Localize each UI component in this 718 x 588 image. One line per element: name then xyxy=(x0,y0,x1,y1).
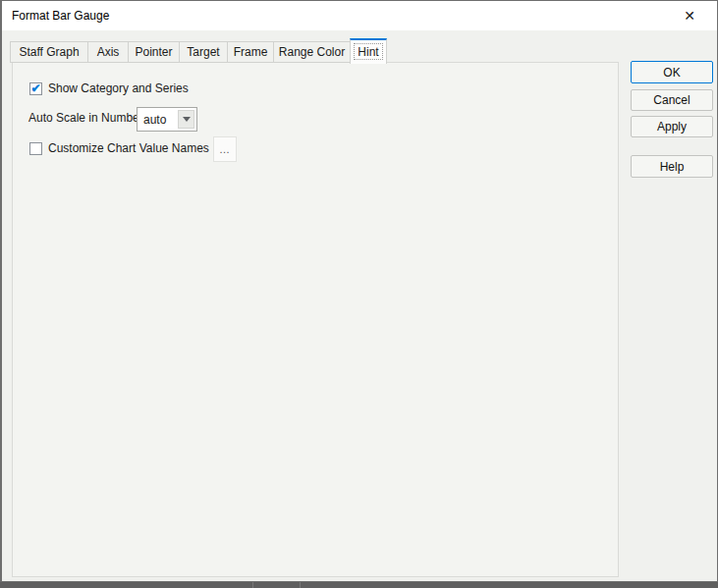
tab-frame[interactable]: Frame xyxy=(227,41,274,63)
tab-staff-graph[interactable]: Staff Graph xyxy=(10,41,88,63)
auto-scale-row: Auto Scale in Number: xyxy=(28,111,146,125)
background-window-seam xyxy=(300,582,301,588)
dialog-title: Format Bar Gauge xyxy=(12,9,109,23)
format-bar-gauge-dialog: Format Bar Gauge ✕ Staff Graph Axis Poin… xyxy=(0,0,718,582)
customize-names-checkbox[interactable]: ✔ xyxy=(29,142,42,155)
close-icon[interactable]: ✕ xyxy=(670,1,709,30)
cancel-button[interactable]: Cancel xyxy=(631,89,713,111)
checkmark-icon: ✔ xyxy=(30,82,40,94)
tab-pointer[interactable]: Pointer xyxy=(128,41,180,63)
auto-scale-selected-value: auto xyxy=(138,113,178,127)
tab-axis[interactable]: Axis xyxy=(87,41,129,63)
titlebar: Format Bar Gauge ✕ xyxy=(2,1,717,30)
show-category-checkbox[interactable]: ✔ xyxy=(29,82,42,95)
apply-button[interactable]: Apply xyxy=(631,116,713,137)
ok-button[interactable]: OK xyxy=(631,61,713,83)
show-category-row: ✔ Show Category and Series xyxy=(29,81,189,95)
tab-label: Staff Graph xyxy=(19,45,79,59)
show-category-label: Show Category and Series xyxy=(48,81,189,95)
customize-names-row: ✔ Customize Chart Value Names xyxy=(29,141,209,155)
chevron-down-icon[interactable] xyxy=(178,110,194,129)
tab-target[interactable]: Target xyxy=(179,41,228,63)
help-button[interactable]: Help xyxy=(631,155,713,178)
tab-label: Range Color xyxy=(279,45,345,59)
tab-strip: Staff Graph Axis Pointer Target Frame Ra… xyxy=(10,37,387,63)
background-edge xyxy=(0,582,718,588)
tab-label: Frame xyxy=(234,45,268,59)
tab-label: Target xyxy=(187,45,219,59)
tab-hint[interactable]: Hint xyxy=(350,38,387,64)
customize-names-label: Customize Chart Value Names xyxy=(48,141,209,155)
tab-range-color[interactable]: Range Color xyxy=(273,41,351,63)
background-window-seam xyxy=(252,582,253,588)
tab-label: Pointer xyxy=(135,45,172,59)
customize-names-ellipsis-button[interactable]: … xyxy=(213,136,237,162)
tab-label: Hint xyxy=(358,45,378,59)
hint-tab-panel: ✔ Show Category and Series Auto Scale in… xyxy=(12,62,619,577)
tab-label: Axis xyxy=(97,45,120,59)
auto-scale-label: Auto Scale in Number: xyxy=(28,111,146,125)
auto-scale-select[interactable]: auto xyxy=(137,107,197,132)
